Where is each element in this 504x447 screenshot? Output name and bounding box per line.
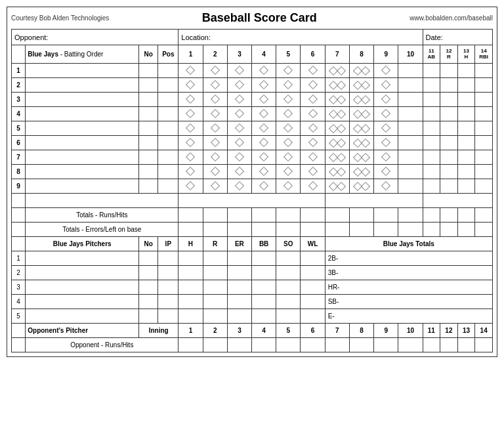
pitcher-so-5[interactable] [276, 309, 301, 324]
h-2[interactable] [457, 78, 475, 93]
pitcher-bb-2[interactable] [252, 266, 276, 280]
opp-r-4[interactable] [252, 338, 276, 352]
player-name-8[interactable] [26, 165, 139, 179]
player-pos-6[interactable] [158, 136, 178, 150]
ab-9[interactable] [423, 179, 440, 194]
pitcher-no-5[interactable] [139, 309, 158, 324]
player-name-6[interactable] [26, 136, 139, 150]
t-e-4[interactable] [252, 223, 276, 237]
h-8[interactable] [457, 165, 475, 179]
inning-3-3[interactable] [227, 93, 251, 107]
r-5[interactable] [440, 121, 458, 136]
t-r-r[interactable] [440, 208, 458, 223]
opp-r-1[interactable] [178, 338, 203, 352]
rbi-2[interactable] [475, 78, 493, 93]
pitcher-er-2[interactable] [227, 266, 251, 280]
inning-2-3[interactable] [203, 93, 227, 107]
opp-r-6[interactable] [301, 338, 325, 352]
r-6[interactable] [440, 136, 458, 150]
pitcher-ip-1[interactable] [158, 251, 178, 266]
t-r-9[interactable] [374, 208, 398, 223]
pitcher-wl-1[interactable] [301, 251, 325, 266]
t-e-5[interactable] [276, 223, 301, 237]
pitcher-r-5[interactable] [203, 309, 227, 324]
inning-5-6[interactable] [276, 136, 301, 150]
inning-10-7[interactable] [398, 150, 423, 165]
pitcher-r-3[interactable] [203, 280, 227, 295]
inning-7-8[interactable] [325, 165, 349, 179]
opp-r-12[interactable] [440, 338, 458, 352]
inning-7-4[interactable] [325, 107, 349, 121]
pitcher-h-2[interactable] [178, 266, 203, 280]
t-e-rbi[interactable] [475, 223, 493, 237]
pitcher-h-3[interactable] [178, 280, 203, 295]
player-pos-4[interactable] [158, 107, 178, 121]
pitcher-r-4[interactable] [203, 295, 227, 309]
inning-2-1[interactable] [203, 64, 227, 78]
inning-10-5[interactable] [398, 121, 423, 136]
inning-10-3[interactable] [398, 93, 423, 107]
pitcher-name-1[interactable] [26, 251, 139, 266]
t-e-8[interactable] [349, 223, 373, 237]
inning-4-7[interactable] [252, 150, 276, 165]
inning-5-7[interactable] [276, 150, 301, 165]
opponent-cell[interactable]: Opponent: [12, 30, 178, 45]
h-6[interactable] [457, 136, 475, 150]
rbi-1[interactable] [475, 64, 493, 78]
pitcher-so-1[interactable] [276, 251, 301, 266]
inning-1-5[interactable] [178, 121, 203, 136]
ab-7[interactable] [423, 150, 440, 165]
h-9[interactable] [457, 179, 475, 194]
inning-10-4[interactable] [398, 107, 423, 121]
t-e-6[interactable] [301, 223, 325, 237]
pitcher-ip-5[interactable] [158, 309, 178, 324]
r-2[interactable] [440, 78, 458, 93]
pitcher-bb-5[interactable] [252, 309, 276, 324]
t-r-10[interactable] [398, 208, 423, 223]
inning-8-5[interactable] [349, 121, 373, 136]
t-e-r[interactable] [440, 223, 458, 237]
ab-6[interactable] [423, 136, 440, 150]
pitcher-so-2[interactable] [276, 266, 301, 280]
inning-9-9[interactable] [374, 179, 398, 194]
inning-4-9[interactable] [252, 179, 276, 194]
t-r-5[interactable] [276, 208, 301, 223]
t-e-2[interactable] [203, 223, 227, 237]
t-e-ab[interactable] [423, 223, 440, 237]
opp-r-7[interactable] [325, 338, 349, 352]
player-no-8[interactable] [139, 165, 158, 179]
player-no-6[interactable] [139, 136, 158, 150]
opp-r-8[interactable] [349, 338, 373, 352]
rbi-8[interactable] [475, 165, 493, 179]
t-e-h[interactable] [457, 223, 475, 237]
inning-2-2[interactable] [203, 78, 227, 93]
rbi-4[interactable] [475, 107, 493, 121]
r-3[interactable] [440, 93, 458, 107]
player-name-9[interactable] [26, 179, 139, 194]
pitcher-name-5[interactable] [26, 309, 139, 324]
player-pos-3[interactable] [158, 93, 178, 107]
opp-r-3[interactable] [227, 338, 251, 352]
inning-1-7[interactable] [178, 150, 203, 165]
inning-7-7[interactable] [325, 150, 349, 165]
pitcher-bb-1[interactable] [252, 251, 276, 266]
player-pos-9[interactable] [158, 179, 178, 194]
inning-3-6[interactable] [227, 136, 251, 150]
player-name-7[interactable] [26, 150, 139, 165]
inning-8-7[interactable] [349, 150, 373, 165]
rbi-6[interactable] [475, 136, 493, 150]
t-e-10[interactable] [398, 223, 423, 237]
inning-8-1[interactable] [349, 64, 373, 78]
ab-3[interactable] [423, 93, 440, 107]
inning-4-3[interactable] [252, 93, 276, 107]
player-pos-7[interactable] [158, 150, 178, 165]
inning-1-9[interactable] [178, 179, 203, 194]
ab-1[interactable] [423, 64, 440, 78]
player-no-5[interactable] [139, 121, 158, 136]
inning-2-6[interactable] [203, 136, 227, 150]
inning-10-8[interactable] [398, 165, 423, 179]
inning-7-6[interactable] [325, 136, 349, 150]
pitcher-name-2[interactable] [26, 266, 139, 280]
h-5[interactable] [457, 121, 475, 136]
t-r-8[interactable] [349, 208, 373, 223]
